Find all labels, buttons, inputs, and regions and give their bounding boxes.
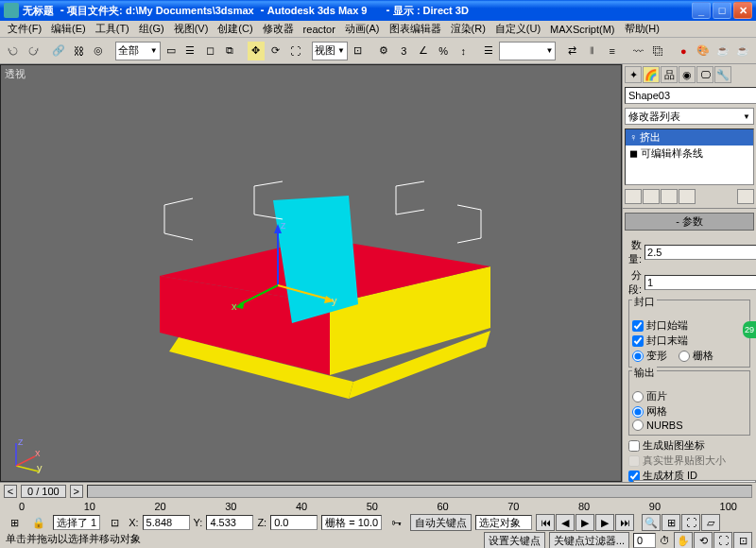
menu-view[interactable]: 视图(V): [170, 21, 213, 37]
rotate-button[interactable]: ⟳: [266, 41, 285, 61]
menu-graph[interactable]: 图表编辑器: [386, 21, 445, 37]
time-config-button[interactable]: ⏱: [660, 535, 670, 546]
hierarchy-tab[interactable]: 品: [661, 66, 678, 83]
align-button[interactable]: ⫴: [583, 41, 602, 61]
grid-radio[interactable]: [679, 351, 690, 362]
goto-start-button[interactable]: ⏮: [536, 514, 555, 531]
minimize-button[interactable]: _: [692, 2, 711, 19]
next-frame-button[interactable]: ▶: [595, 514, 614, 531]
named-sel-button[interactable]: ☰: [480, 41, 499, 61]
coord-x-field[interactable]: [146, 517, 186, 528]
unique-button[interactable]: [661, 189, 678, 204]
menu-tools[interactable]: 工具(T): [92, 21, 133, 37]
coord-z-field[interactable]: [274, 517, 314, 528]
amount-spinner[interactable]: [644, 245, 756, 260]
output-nurbs-radio[interactable]: [632, 420, 644, 431]
pin-stack-button[interactable]: [625, 189, 642, 204]
menu-animation[interactable]: 动画(A): [341, 21, 384, 37]
menu-modifiers[interactable]: 修改器: [259, 21, 298, 37]
modifier-list-dropdown[interactable]: 修改器列表▼: [625, 108, 754, 125]
percent-snap-button[interactable]: %: [434, 41, 453, 61]
window-crossing-button[interactable]: ⧉: [220, 41, 239, 61]
menu-reactor[interactable]: reactor: [300, 23, 339, 36]
render-last-button[interactable]: ☕: [733, 41, 752, 61]
scale-button[interactable]: ⛶: [286, 41, 305, 61]
modifier-stack-item[interactable]: ◼ 可编辑样条线: [626, 146, 753, 162]
viewport[interactable]: 透视 z y x z y x: [0, 64, 622, 482]
cap-end-checkbox[interactable]: [632, 335, 644, 347]
orbit-button[interactable]: ⟲: [694, 532, 713, 548]
gen-map-checkbox[interactable]: [628, 440, 640, 452]
unlink-button[interactable]: ⛓: [69, 41, 88, 61]
time-slider-thumb[interactable]: 0 / 100: [21, 485, 66, 498]
goto-end-button[interactable]: ⏭: [615, 514, 634, 531]
output-mesh-radio[interactable]: [632, 406, 644, 418]
lock-selection-button[interactable]: 🔒: [28, 512, 49, 533]
current-frame-field[interactable]: [637, 535, 652, 546]
menu-render[interactable]: 渲染(R): [447, 21, 490, 37]
motion-tab[interactable]: ◉: [679, 66, 696, 83]
utilities-tab[interactable]: 🔧: [714, 66, 731, 83]
abs-mode-button[interactable]: ⊡: [104, 512, 125, 533]
select-object-button[interactable]: ▭: [162, 41, 180, 61]
morph-radio[interactable]: [632, 351, 644, 362]
show-end-button[interactable]: [643, 189, 660, 204]
undo-button[interactable]: [4, 41, 23, 61]
render-scene-button[interactable]: 🎨: [694, 41, 713, 61]
zoom-button[interactable]: 🔍: [642, 514, 661, 531]
material-editor-button[interactable]: ●: [674, 41, 693, 61]
object-name-field[interactable]: [625, 87, 756, 104]
mirror-button[interactable]: ⇄: [563, 41, 582, 61]
cap-start-checkbox[interactable]: [632, 320, 644, 332]
snap-button[interactable]: 3: [394, 41, 413, 61]
auto-key-button[interactable]: 自动关键点: [410, 514, 472, 531]
play-button[interactable]: ▶: [576, 514, 594, 531]
select-by-name-button[interactable]: ☰: [181, 41, 200, 61]
pivot-button[interactable]: ⊡: [349, 41, 368, 61]
manipulate-button[interactable]: ⚙: [374, 41, 393, 61]
display-tab[interactable]: 🖵: [696, 66, 713, 83]
menu-file[interactable]: 文件(F): [4, 21, 45, 37]
time-next-button[interactable]: >: [70, 485, 83, 498]
selection-filter-dropdown[interactable]: 全部▼: [115, 42, 161, 60]
bind-button[interactable]: ◎: [89, 41, 108, 61]
menu-maxscript[interactable]: MAXScript(M): [546, 23, 618, 36]
output-patch-radio[interactable]: [632, 391, 644, 402]
layers-button[interactable]: ≡: [603, 41, 622, 61]
time-prev-button[interactable]: <: [4, 485, 17, 498]
key-filter-dropdown[interactable]: 选定对象: [475, 515, 532, 530]
link-button[interactable]: 🔗: [49, 41, 68, 61]
set-key-button[interactable]: 设置关键点: [484, 532, 545, 548]
key-mode-button[interactable]: 🗝: [386, 512, 406, 533]
pan-button[interactable]: ✋: [674, 532, 693, 548]
spinner-snap-button[interactable]: ↕: [454, 41, 472, 61]
named-sel-dropdown[interactable]: ▼: [499, 42, 556, 60]
redo-button[interactable]: [24, 41, 43, 61]
coord-y-field[interactable]: [210, 517, 249, 528]
time-slider[interactable]: < 0 / 100 >: [0, 483, 756, 500]
ref-coord-dropdown[interactable]: 视图▼: [312, 42, 348, 60]
fov-button[interactable]: ▱: [701, 514, 720, 531]
curve-editor-button[interactable]: 〰: [628, 41, 647, 61]
menu-customize[interactable]: 自定义(U): [491, 21, 544, 37]
modifier-stack-selected[interactable]: ♀ 挤出: [626, 129, 753, 146]
move-button[interactable]: ✥: [247, 41, 266, 61]
segments-spinner[interactable]: [644, 275, 756, 290]
angle-snap-button[interactable]: ∠: [414, 41, 433, 61]
time-track[interactable]: [87, 485, 752, 498]
modify-tab[interactable]: 🌈: [643, 66, 660, 83]
create-tab[interactable]: ✦: [625, 66, 642, 83]
menu-group[interactable]: 组(G): [135, 21, 168, 37]
trackbar-toggle[interactable]: ⊞: [4, 512, 25, 533]
zoom-all-button[interactable]: ⊞: [662, 514, 680, 531]
configure-button[interactable]: [737, 189, 754, 204]
schematic-button[interactable]: ⿻: [648, 41, 667, 61]
min-max-toggle-button[interactable]: ⛶: [713, 532, 732, 548]
menu-create[interactable]: 创建(C): [214, 21, 256, 37]
select-region-button[interactable]: ◻: [200, 41, 219, 61]
modifier-stack[interactable]: ♀ 挤出 ◼ 可编辑样条线: [625, 128, 754, 185]
prev-frame-button[interactable]: ◀: [556, 514, 575, 531]
communication-center-icon[interactable]: 29: [743, 321, 756, 338]
quick-render-button[interactable]: ☕: [713, 41, 732, 61]
params-rollout-header[interactable]: - 参数: [625, 213, 754, 231]
